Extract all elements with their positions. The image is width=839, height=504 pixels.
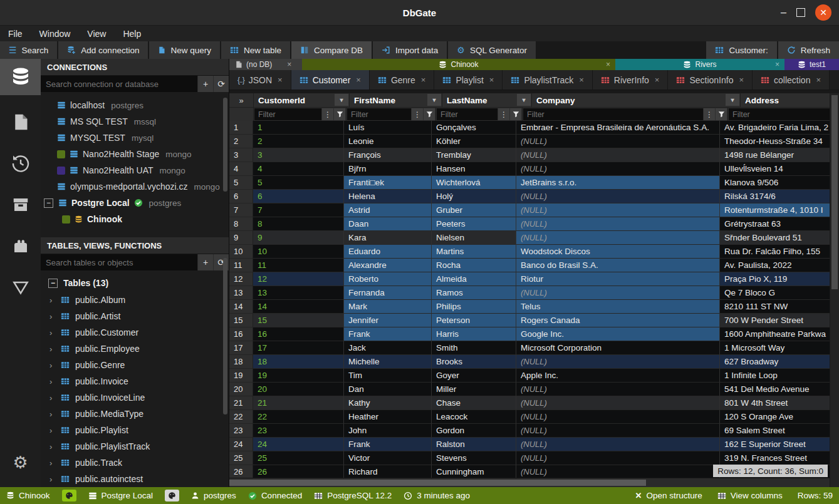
cell-lastname[interactable]: Cunningham bbox=[432, 465, 516, 479]
table-item-public-employee[interactable]: ›public.Employee bbox=[41, 341, 229, 357]
maximize-button[interactable] bbox=[796, 8, 805, 17]
cell-address[interactable]: Rua Dr. Falcăo Filho, 155 bbox=[720, 245, 831, 259]
cell-firstname[interactable]: Fernanda bbox=[344, 286, 432, 300]
close-icon[interactable]: × bbox=[489, 75, 494, 85]
cell-customerid[interactable]: 5 bbox=[253, 176, 344, 190]
cell-address[interactable]: 8210 111 ST NW bbox=[720, 300, 831, 314]
row-number[interactable]: 9 bbox=[229, 231, 253, 245]
cell-company[interactable]: (NULL) bbox=[516, 438, 720, 451]
filter-funnel-icon[interactable] bbox=[510, 108, 521, 120]
connections-scrollbar[interactable] bbox=[223, 98, 227, 192]
table-item-public-playlisttrack[interactable]: ›public.PlaylistTrack bbox=[41, 438, 229, 455]
close-icon[interactable]: × bbox=[816, 75, 821, 85]
row-number[interactable]: 15 bbox=[229, 314, 253, 327]
nav-connections-button[interactable] bbox=[0, 59, 41, 95]
connection-item-nano2health-uat[interactable]: Nano2Health UATmongo bbox=[41, 162, 229, 178]
row-number[interactable]: 14 bbox=[229, 300, 253, 314]
cell-lastname[interactable]: Miller bbox=[432, 383, 516, 396]
tab-collection[interactable]: collection× bbox=[753, 70, 830, 90]
cell-customerid[interactable]: 6 bbox=[253, 190, 344, 203]
grid-vertical-scrollbar[interactable] bbox=[830, 93, 839, 487]
cell-lastname[interactable]: Nielsen bbox=[432, 231, 516, 245]
cell-company[interactable]: Banco do Brasil S.A. bbox=[516, 259, 720, 272]
tab-genre[interactable]: Genre× bbox=[370, 70, 435, 90]
row-number[interactable]: 10 bbox=[229, 245, 253, 259]
row-number[interactable]: 18 bbox=[229, 355, 253, 369]
cell-company[interactable]: Microsoft Corporation bbox=[516, 341, 720, 355]
column-header-lastname[interactable]: LastName▾ bbox=[442, 93, 532, 108]
chevron-right-icon[interactable]: › bbox=[50, 442, 55, 451]
cell-lastname[interactable]: Harris bbox=[432, 327, 516, 341]
tab-playlisttrack[interactable]: PlaylistTrack× bbox=[503, 70, 592, 90]
chevron-right-icon[interactable]: › bbox=[50, 344, 55, 354]
toolbar-button-compare-db[interactable]: Compare DB bbox=[291, 41, 373, 59]
add-connection-plus-button[interactable]: + bbox=[198, 76, 213, 92]
cell-address[interactable]: 120 S Orange Ave bbox=[720, 410, 831, 424]
cell-lastname[interactable]: Philips bbox=[432, 300, 516, 314]
cell-address[interactable]: 541 Del Medio Avenue bbox=[720, 383, 831, 396]
toolbar-button-search[interactable]: ☰Search bbox=[0, 41, 58, 59]
table-item-public-album[interactable]: ›public.Album bbox=[41, 292, 229, 308]
grid-horizontal-scrollbar[interactable] bbox=[229, 478, 839, 487]
cell-address[interactable]: Klanova 9/506 bbox=[720, 176, 831, 190]
cell-customerid[interactable]: 7 bbox=[253, 203, 344, 217]
connection-item-localhost[interactable]: localhostpostgres bbox=[41, 97, 229, 113]
cell-customerid[interactable]: 16 bbox=[253, 327, 344, 341]
cell-address[interactable]: 1600 Amphitheatre Parkwa bbox=[720, 327, 831, 341]
cell-firstname[interactable]: Roberto bbox=[344, 272, 432, 286]
cell-company[interactable]: (NULL) bbox=[516, 286, 720, 300]
nav-single-db-button[interactable] bbox=[0, 269, 41, 306]
cell-company[interactable]: (NULL) bbox=[516, 217, 720, 231]
cell-lastname[interactable]: Martins bbox=[432, 245, 516, 259]
connection-item-chinook[interactable]: Chinook bbox=[41, 211, 229, 227]
column-header-address[interactable]: Address bbox=[741, 93, 839, 108]
row-number[interactable]: 20 bbox=[229, 383, 253, 396]
cell-company[interactable]: Telus bbox=[516, 300, 720, 314]
add-table-plus-button[interactable]: + bbox=[198, 254, 213, 270]
toolbar-button-sql-generator[interactable]: ⚙SQL Generator bbox=[448, 41, 537, 59]
cell-address[interactable]: 1 Infinite Loop bbox=[720, 369, 831, 383]
cell-address[interactable]: 801 W 4th Street bbox=[720, 396, 831, 410]
cell-address[interactable]: Av. Brigadeiro Faria Lima, 2 bbox=[720, 121, 831, 135]
cell-company[interactable]: Apple Inc. bbox=[516, 369, 720, 383]
column-header-firstname[interactable]: FirstName▾ bbox=[350, 93, 442, 108]
cell-lastname[interactable]: Peeters bbox=[432, 217, 516, 231]
cell-lastname[interactable]: Köhler bbox=[432, 135, 516, 148]
cell-address[interactable]: 1498 rue Bélanger bbox=[720, 148, 831, 162]
toolbar-button-new-table[interactable]: New table bbox=[221, 41, 291, 59]
cell-customerid[interactable]: 12 bbox=[253, 272, 344, 286]
chevron-down-icon[interactable]: ▾ bbox=[427, 94, 441, 106]
cell-customerid[interactable]: 2 bbox=[253, 135, 344, 148]
status-item-3-minutes-ago[interactable]: 3 minutes ago bbox=[404, 491, 470, 500]
cell-lastname[interactable]: Smith bbox=[432, 341, 516, 355]
cell-address[interactable]: Rilská 3174/6 bbox=[720, 190, 831, 203]
cell-address[interactable]: Rotenturmstraße 4, 1010 I bbox=[720, 203, 831, 217]
filter-funnel-icon[interactable] bbox=[716, 108, 727, 120]
cell-lastname[interactable]: Gruber bbox=[432, 203, 516, 217]
cell-customerid[interactable]: 3 bbox=[253, 148, 344, 162]
cell-company[interactable]: (NULL) bbox=[516, 135, 720, 148]
cell-address[interactable]: Av. Paulista, 2022 bbox=[720, 259, 831, 272]
close-button[interactable]: ✕ bbox=[815, 4, 831, 21]
close-icon[interactable]: × bbox=[739, 75, 744, 85]
filter-funnel-icon[interactable] bbox=[334, 108, 345, 120]
cell-lastname[interactable]: Ramos bbox=[432, 286, 516, 300]
chevron-right-icon[interactable]: › bbox=[50, 312, 55, 321]
cell-company[interactable]: Embraer - Empresa Brasileira de Aeronáut… bbox=[516, 121, 720, 135]
row-number[interactable]: 11 bbox=[229, 259, 253, 272]
row-number[interactable]: 7 bbox=[229, 203, 253, 217]
cell-firstname[interactable]: Leonie bbox=[344, 135, 432, 148]
filter-menu-icon[interactable]: ⋮ bbox=[412, 108, 423, 120]
table-item-public-mediatype[interactable]: ›public.MediaType bbox=[41, 406, 229, 422]
palette-icon[interactable] bbox=[62, 490, 76, 501]
cell-firstname[interactable]: Mark bbox=[344, 300, 432, 314]
cell-company[interactable]: (NULL) bbox=[516, 424, 720, 438]
cell-lastname[interactable]: Gordon bbox=[432, 424, 516, 438]
toolbar-button-new-query[interactable]: New query bbox=[149, 41, 221, 59]
cell-company[interactable]: (NULL) bbox=[516, 231, 720, 245]
status-item-palette-icon[interactable] bbox=[165, 490, 179, 501]
close-icon[interactable]: × bbox=[421, 75, 426, 85]
cell-firstname[interactable]: Bjřrn bbox=[344, 162, 432, 176]
table-item-public-autoinctest[interactable]: ›public.autoinctest bbox=[41, 471, 229, 487]
filter-funnel-icon[interactable] bbox=[424, 108, 435, 120]
